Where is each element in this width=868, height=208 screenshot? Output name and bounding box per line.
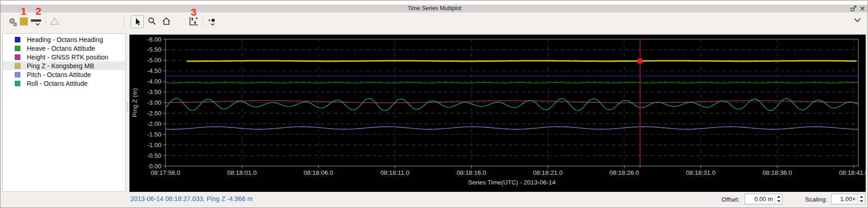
title-bar[interactable]: Time Series Multiplot (0, 5, 868, 12)
float-window-icon (850, 5, 857, 12)
y-tick-label: -3.50 (147, 89, 161, 95)
window-title: Time Series Multiplot (0, 5, 868, 12)
legend-item[interactable]: Heave - Octans Attitude (3, 44, 125, 53)
x-tick-label: 08:18:31.0 (686, 169, 715, 176)
scaling-spinbox[interactable]: 1.00× (831, 194, 865, 204)
window-top-margin (0, 0, 868, 5)
offset-down-button[interactable] (775, 199, 782, 204)
legend-item-label: Heave - Octans Attitude (27, 45, 95, 52)
y-tick-label: -3.00 (147, 99, 161, 106)
axis-labels: -6.00-5.50-5.00-4.50-4.00-3.50-3.00-2.50… (131, 36, 866, 186)
plot-panel: -6.00-5.50-5.00-4.50-4.00-3.50-3.00-2.50… (129, 35, 866, 192)
annotation-3: 3 (191, 7, 196, 18)
y-tick-label: -1.00 (147, 142, 161, 149)
y-tick-label: 0.00 (149, 163, 161, 170)
toolbar: ⚙⚙ (0, 12, 868, 33)
annotation-2: 2 (36, 6, 41, 17)
zoom-tool-button[interactable] (146, 15, 158, 27)
x-tick-label: 08:18:21.0 (533, 169, 562, 176)
arrow-up-icon (860, 196, 863, 198)
splitter-grip-icon (127, 103, 128, 113)
legend-item-label: Pitch - Octans Attitude (27, 71, 91, 78)
legend-item[interactable]: Pitch - Octans Attitude (3, 70, 125, 79)
toolbar-separator (123, 16, 124, 27)
timeseries-plot[interactable]: -6.00-5.50-5.00-4.50-4.00-3.50-3.00-2.50… (129, 35, 866, 192)
settings-gears-icon: ⚙⚙ (9, 18, 15, 25)
series-color-swatch (15, 37, 20, 42)
float-window-button[interactable] (850, 5, 857, 12)
scaling-up-button[interactable] (858, 194, 865, 199)
x-tick-label: 08:18:11.0 (380, 169, 410, 176)
annotation-1: 1 (21, 6, 26, 17)
scaling-value[interactable]: 1.00× (831, 194, 857, 204)
series-line-roll (165, 98, 858, 111)
status-bar: 2013-06-14 08:18:27.033, Ping Z -4.966 m… (0, 192, 868, 208)
panel-splitter[interactable] (126, 33, 129, 192)
cursor-readout-text: 2013-06-14 08:18:27.033, Ping Z -4.966 m (130, 195, 253, 202)
x-tick-label: 08:18:06.0 (304, 169, 333, 176)
offset-spinner[interactable] (775, 194, 782, 204)
legend-item[interactable]: Heading - Octans Heading (3, 35, 125, 44)
point-style-button[interactable] (206, 15, 220, 27)
marker-style-button[interactable] (49, 15, 61, 27)
y-tick-label: -2.50 (147, 110, 161, 117)
legend-item[interactable]: Height - GNSS RTK position (3, 53, 125, 61)
x-tick-label: 08:18:01.0 (227, 169, 257, 176)
line-style-icon (31, 19, 41, 22)
offset-label: Offset: (721, 196, 740, 203)
chevron-down-icon (35, 23, 40, 26)
cursor-marker (637, 59, 642, 64)
yellow-color-swatch-icon (20, 18, 28, 25)
y-tick-label: -4.50 (147, 67, 161, 74)
legend-item-label: Ping Z - Kongsberg MB (27, 62, 94, 70)
toolbar-separator (202, 16, 203, 27)
x-tick-label: 08:17:56.0 (151, 169, 180, 176)
offset-spinbox[interactable]: 0.00 m (745, 194, 782, 204)
series-list-panel[interactable]: Heading - Octans HeadingHeave - Octans A… (2, 33, 126, 192)
cursor-arrow-icon (133, 17, 141, 26)
legend-item[interactable]: Ping Z - Kongsberg MB (3, 61, 125, 70)
series-line-ping (187, 61, 856, 61)
y-tick-label: -1.50 (147, 131, 161, 138)
series-color-swatch (15, 81, 20, 86)
series-line-pitch (165, 127, 858, 130)
time-series-multiplot-window: Time Series Multiplot ⚙⚙ (0, 0, 868, 208)
pointer-tool-button[interactable] (131, 15, 144, 28)
close-button[interactable] (859, 5, 866, 12)
series-color-swatch (15, 54, 20, 60)
legend-item-label: Heading - Octans Heading (27, 36, 103, 43)
x-axis-title: Series Time(UTC) - 2013-06-14 (468, 179, 556, 186)
home-view-button[interactable] (160, 15, 172, 27)
y-axis-title: Ping Z (m) (131, 88, 138, 117)
y-tick-label: -2.00 (147, 120, 161, 127)
arrow-down-icon (860, 200, 863, 202)
series-color-swatch (15, 72, 20, 77)
magnifier-icon (147, 17, 157, 26)
arrow-up-icon (777, 196, 781, 198)
collapse-toolbar-button[interactable] (853, 17, 862, 24)
series-color-swatch (15, 46, 20, 51)
offset-up-button[interactable] (775, 194, 782, 199)
scaling-label: Scaling: (805, 196, 827, 203)
settings-button[interactable]: ⚙⚙ (6, 15, 18, 27)
scaling-down-button[interactable] (858, 199, 865, 204)
x-tick-label: 08:18:36.0 (763, 169, 792, 176)
home-icon (162, 17, 171, 26)
toolbar-separator (45, 16, 46, 27)
chevron-down-icon (853, 17, 862, 24)
y-tick-label: -5.00 (147, 57, 161, 64)
y-tick-label: -0.50 (147, 152, 161, 159)
x-tick-label: 08:18:26.0 (610, 169, 639, 176)
series-line-heave (165, 83, 858, 83)
x-tick-label: 08:18:41.0 (839, 169, 866, 176)
scaling-spinner[interactable] (857, 194, 865, 204)
offset-value[interactable]: 0.00 m (745, 194, 775, 204)
x-tick-label: 08:18:16.0 (457, 169, 486, 176)
legend-item[interactable]: Roll - Octans Attitude (3, 79, 125, 88)
close-icon (859, 5, 866, 12)
arrow-down-icon (777, 200, 781, 202)
points-icon (207, 16, 218, 26)
series-color-swatch (15, 63, 20, 69)
y-tick-label: -6.00 (147, 36, 161, 43)
y-tick-label: -5.50 (147, 46, 161, 53)
